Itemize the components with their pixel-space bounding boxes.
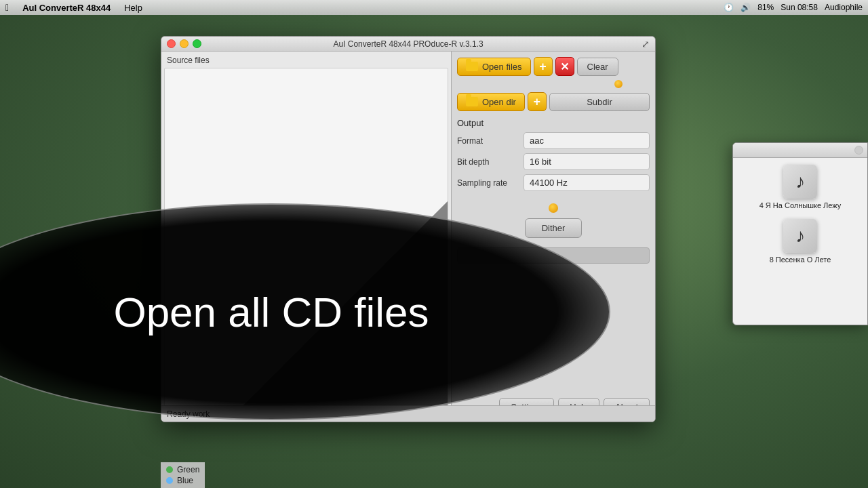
green-dot-icon [166,466,173,473]
open-dir-label: Open dir [482,97,516,107]
bit-depth-label: Bit depth [457,157,518,167]
window-title: AuI ConverteR 48x44 PROduce-R v.3.1.3 [333,39,483,49]
format-row: Format [457,132,650,149]
minimize-button[interactable] [180,39,189,48]
clear-button[interactable]: Clear [577,58,618,76]
open-dir-row: Open dir + Subdir [457,92,650,111]
apple-logo-icon[interactable]:  [5,2,9,13]
maximize-button[interactable] [193,39,201,48]
folder-icon [466,62,478,71]
open-files-label: Open files [482,62,522,72]
finder-item-1-label: 4 Я На Солнышке Лежу [760,201,842,209]
overlay-text: Open all CD files [113,288,429,336]
menu-user: Audiophile [825,3,863,12]
format-input[interactable] [524,132,650,149]
finder-item-2-label: 8 Песенка О Лете [770,256,831,264]
desktop:  AuI ConverteR 48x44 Help 🕐 🔊 81% Sun 0… [0,0,868,488]
menu-help[interactable]: Help [121,3,145,13]
menu-bar-right: 🕐 🔊 81% Sun 08:58 Audiophile [724,3,863,12]
output-label: Output [457,118,650,128]
output-section: Output Format Bit depth Sampling rate [457,118,650,195]
finder-items-list: ♪ 4 Я На Солнышке Лежу ♪ 8 Песенка О Лет… [733,158,867,280]
color-chip-green: Green [166,465,199,474]
menu-time: Sun 08:58 [781,3,818,12]
expand-icon[interactable]: ⤢ [642,39,650,49]
blue-dot-icon [166,477,173,484]
title-bar: AuI ConverteR 48x44 PROduce-R v.3.1.3 ⤢ [161,37,655,52]
music-note-icon-1: ♪ [783,165,817,199]
menu-battery: 81% [757,3,774,12]
add-files-button[interactable]: + [534,57,553,76]
open-files-button[interactable]: Open files [457,58,531,76]
finder-item-1[interactable]: ♪ 4 Я На Солнышке Лежу [740,165,861,209]
color-chips-panel: Green Blue [161,462,205,488]
sampling-rate-input[interactable] [524,174,650,191]
add-dir-button[interactable]: + [528,92,547,111]
folder-dir-icon [466,97,478,106]
close-button[interactable] [167,39,176,48]
menu-speaker-icon: 🔊 [741,3,751,12]
bit-depth-input[interactable] [524,153,650,170]
remove-file-button[interactable]: ✕ [555,57,574,76]
indicator-dot-1 [614,80,623,88]
finder-title-bar [733,143,867,158]
menu-bar:  AuI ConverteR 48x44 Help 🕐 🔊 81% Sun 0… [0,0,868,15]
green-label: Green [177,465,199,474]
menu-clock-icon: 🕐 [724,3,734,12]
open-dir-button[interactable]: Open dir [457,93,525,111]
open-files-row: Open files + ✕ Clear [457,57,650,76]
bit-depth-row: Bit depth [457,153,650,170]
sampling-rate-label: Sampling rate [457,178,518,188]
finder-window: ♪ 4 Я На Солнышке Лежу ♪ 8 Песенка О Лет… [732,142,868,325]
finder-item-2[interactable]: ♪ 8 Песенка О Лете [740,219,861,264]
blue-label: Blue [177,476,193,485]
sampling-rate-row: Sampling rate [457,174,650,191]
subdir-button[interactable]: Subdir [549,93,650,111]
music-note-icon-2: ♪ [783,219,817,253]
color-chip-blue: Blue [166,476,199,485]
menu-app-name[interactable]: AuI ConverteR 48x44 [20,3,113,13]
format-label: Format [457,136,518,146]
dither-indicator-dot [549,203,558,213]
dither-button[interactable]: Dither [525,218,583,238]
finder-close-button[interactable] [854,146,863,155]
window-controls [167,39,201,48]
source-files-label: Source files [161,52,451,68]
